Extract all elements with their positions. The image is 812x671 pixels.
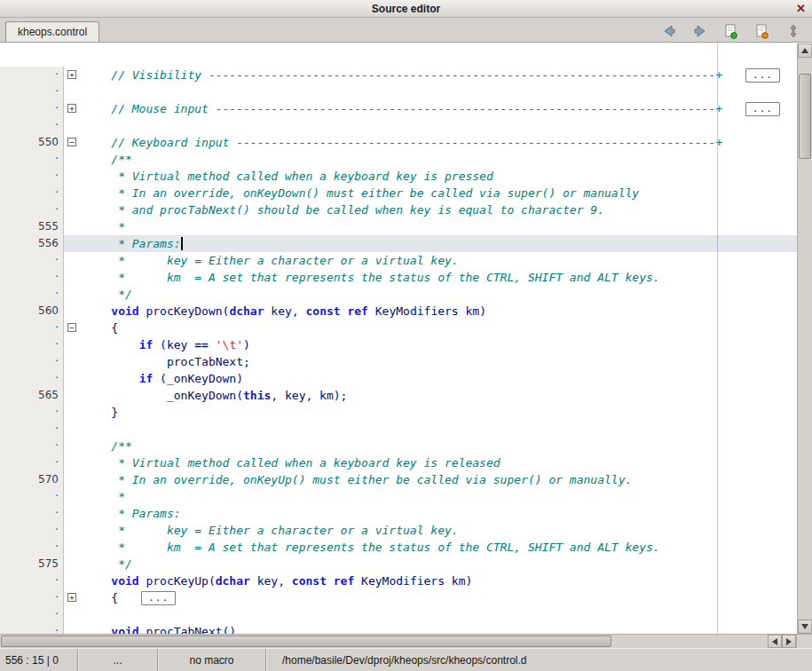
code-line[interactable]: · (0, 606, 797, 623)
scroll-right-button[interactable] (782, 635, 796, 648)
window-title: Source editor (372, 3, 440, 15)
code-line[interactable]: 550− // Keyboard input -----------------… (0, 134, 797, 151)
code-line[interactable]: 575 */ (0, 556, 797, 572)
vertical-scrollbar[interactable] (797, 43, 812, 634)
horizontal-scroll-thumb[interactable] (1, 635, 611, 647)
code-line[interactable]: · if (_onKeyDown) (0, 370, 797, 387)
fold-margin (64, 387, 83, 404)
scroll-right-icon (786, 638, 792, 645)
code-content: */ (83, 286, 797, 303)
code-line[interactable]: · * Virtual method called when a keyboar… (0, 454, 797, 471)
document-new-button[interactable] (721, 22, 741, 40)
fold-margin (64, 185, 83, 201)
horizontal-scrollbar[interactable] (0, 634, 812, 648)
code-line[interactable]: · } (0, 404, 797, 421)
fold-collapse-icon[interactable]: − (67, 323, 76, 332)
scroll-up-icon (801, 48, 808, 53)
scroll-down-icon (801, 624, 808, 629)
code-line[interactable]: · procTabNext; (0, 353, 797, 370)
code-line[interactable]: · (0, 117, 797, 134)
fold-margin (64, 252, 83, 269)
fold-collapse-icon[interactable]: − (67, 138, 76, 146)
code-content: // Keyboard input ----------------------… (83, 134, 797, 151)
line-number: 565 (0, 387, 64, 404)
code-line[interactable]: · * (0, 488, 797, 505)
code-content: void procKeyDown(dchar key, const ref Ke… (83, 303, 797, 320)
code-content: } (83, 404, 797, 421)
line-number: · (0, 404, 64, 421)
code-line[interactable]: · (0, 421, 797, 438)
line-number: · (0, 201, 64, 218)
fold-expand-icon[interactable]: + (67, 70, 76, 79)
code-line[interactable]: 570 * In an override, onKeyUp() must eit… (0, 471, 797, 488)
folded-code-hint[interactable]: ... (745, 68, 780, 83)
code-line[interactable]: · */ (0, 286, 797, 303)
detach-editor-button[interactable] (784, 22, 803, 40)
code-line[interactable]: · * In an override, onKeyDown() must eit… (0, 185, 797, 201)
line-number: · (0, 83, 64, 100)
document-modified-button[interactable] (753, 22, 772, 40)
fold-margin (64, 522, 83, 539)
vertical-scroll-thumb[interactable] (799, 74, 811, 159)
code-content: procTabNext; (83, 353, 797, 370)
code-line[interactable]: · * and procTabNext() should be called w… (0, 201, 797, 218)
fold-margin: + (64, 100, 83, 117)
code-content: _onKeyDown(this, key, km); (83, 387, 797, 404)
code-line[interactable]: · * Params: (0, 505, 797, 522)
line-number: 556 (0, 235, 64, 252)
fold-expand-icon[interactable]: + (67, 104, 76, 113)
line-number: · (0, 539, 64, 556)
code-line[interactable]: ·− { (0, 320, 797, 336)
fold-margin (64, 303, 83, 320)
folded-code-hint[interactable]: ... (141, 591, 176, 605)
back-button[interactable] (659, 22, 679, 40)
horizontal-scroll-track[interactable] (0, 635, 768, 648)
close-icon[interactable]: ✕ (796, 2, 806, 16)
code-content: * Virtual method called when a keyboard … (83, 454, 797, 471)
code-line[interactable]: ·+ // Visibility -----------------------… (0, 67, 797, 83)
fold-margin (64, 370, 83, 387)
code-line[interactable]: 565 _onKeyDown(this, key, km); (0, 387, 797, 404)
line-number: · (0, 117, 64, 134)
pending-panel: ... (78, 649, 158, 671)
code-content: // Visibility --------------------------… (83, 67, 797, 83)
vertical-scroll-track[interactable] (798, 58, 812, 620)
fold-expand-icon[interactable]: + (67, 593, 76, 602)
code-line[interactable]: · * Virtual method called when a keyboar… (0, 168, 797, 185)
folded-code-hint[interactable]: ... (745, 102, 780, 116)
code-line[interactable]: · /** (0, 438, 797, 454)
code-viewport[interactable]: ·+ // Visibility -----------------------… (0, 43, 797, 634)
fold-margin (64, 336, 83, 353)
code-line[interactable]: 555 * (0, 218, 797, 235)
tab-bar: kheops.control (0, 18, 812, 43)
code-line[interactable]: · /** (0, 151, 797, 168)
line-number: · (0, 572, 64, 589)
line-number: · (0, 438, 64, 454)
code-line[interactable]: · if (key == '\t') (0, 336, 797, 353)
scroll-down-button[interactable] (798, 620, 812, 634)
code-line[interactable]: · * km = A set that represents the statu… (0, 269, 797, 286)
tab-kheops-control[interactable]: kheops.control (5, 21, 99, 42)
code-line[interactable]: · * key = Either a character or a virtua… (0, 252, 797, 269)
pending-indicator: ... (113, 654, 122, 667)
code-line[interactable]: ·+ {... (0, 589, 797, 606)
scroll-left-button[interactable] (768, 635, 782, 648)
scrollbar-corner (796, 635, 812, 648)
scroll-up-button[interactable] (798, 43, 812, 58)
code-line[interactable]: · (0, 83, 797, 100)
code-content: void procKeyUp(dchar key, const ref KeyM… (83, 572, 797, 589)
code-line[interactable]: · void procKeyUp(dchar key, const ref Ke… (0, 572, 797, 589)
code-line[interactable]: · void procTabNext() (0, 623, 797, 634)
code-line[interactable]: 560 void procKeyDown(dchar key, const re… (0, 303, 797, 320)
code-content: * km = A set that represents the status … (83, 539, 797, 556)
line-number: · (0, 336, 64, 353)
code-line[interactable]: 556 * Params: (0, 235, 797, 252)
line-number: 555 (0, 218, 64, 235)
macro-state: no macro (189, 654, 233, 667)
source-editor: ·+ // Visibility -----------------------… (0, 43, 812, 634)
code-line[interactable]: · * km = A set that represents the statu… (0, 539, 797, 556)
code-line[interactable]: ·+ // Mouse input ----------------------… (0, 100, 797, 117)
forward-button[interactable] (690, 22, 710, 40)
code-content: if (key == '\t') (83, 336, 797, 353)
code-line[interactable]: · * key = Either a character or a virtua… (0, 522, 797, 539)
